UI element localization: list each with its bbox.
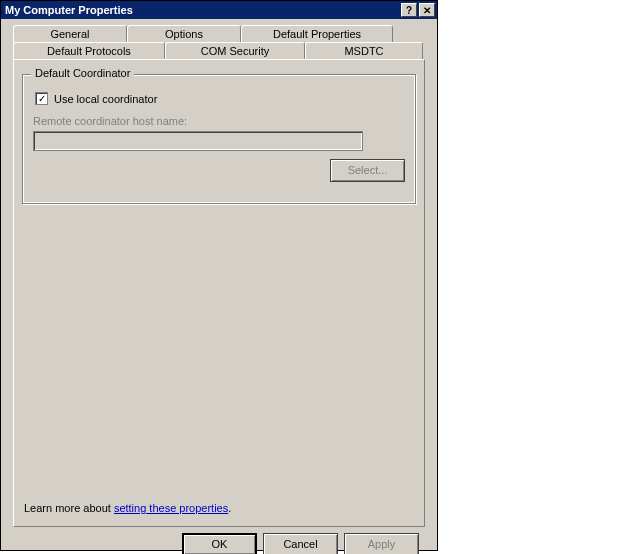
tab-label: General bbox=[50, 28, 89, 40]
tab-com-security[interactable]: COM Security bbox=[165, 42, 305, 60]
default-coordinator-group: Default Coordinator ✓ Use local coordina… bbox=[22, 74, 416, 204]
tabs-row-1: General Options Default Properties bbox=[13, 25, 425, 43]
learn-link[interactable]: setting these properties bbox=[114, 502, 228, 514]
learn-more: Learn more about setting these propertie… bbox=[24, 502, 231, 514]
tab-label: Default Properties bbox=[273, 28, 361, 40]
tab-msdtc[interactable]: MSDTC bbox=[305, 42, 423, 60]
close-icon: ✕ bbox=[423, 5, 431, 16]
tabs-row-2: Default Protocols COM Security MSDTC bbox=[13, 42, 425, 60]
tab-general[interactable]: General bbox=[13, 25, 127, 43]
remote-host-input bbox=[33, 131, 363, 151]
titlebar: My Computer Properties ? ✕ bbox=[1, 1, 437, 19]
close-button[interactable]: ✕ bbox=[419, 3, 435, 17]
tab-default-protocols[interactable]: Default Protocols bbox=[13, 42, 165, 60]
window-title: My Computer Properties bbox=[5, 4, 399, 16]
select-button: Select... bbox=[330, 159, 405, 182]
cancel-button[interactable]: Cancel bbox=[263, 533, 338, 554]
learn-suffix: . bbox=[228, 502, 231, 514]
use-local-coordinator-checkbox[interactable]: ✓ bbox=[35, 92, 48, 105]
tab-panel-msdtc: Default Coordinator ✓ Use local coordina… bbox=[13, 59, 425, 527]
apply-button[interactable]: Apply bbox=[344, 533, 419, 554]
use-local-coordinator-label: Use local coordinator bbox=[54, 93, 157, 105]
tab-label: Default Protocols bbox=[47, 45, 131, 57]
remote-host-label: Remote coordinator host name: bbox=[33, 115, 405, 127]
help-button[interactable]: ? bbox=[401, 3, 417, 17]
learn-prefix: Learn more about bbox=[24, 502, 114, 514]
help-icon: ? bbox=[406, 5, 412, 16]
tab-options[interactable]: Options bbox=[127, 25, 241, 43]
tab-default-properties[interactable]: Default Properties bbox=[241, 25, 393, 43]
ok-button[interactable]: OK bbox=[182, 533, 257, 554]
tab-label: MSDTC bbox=[344, 45, 383, 57]
properties-dialog: My Computer Properties ? ✕ General Optio… bbox=[0, 0, 438, 551]
groupbox-title: Default Coordinator bbox=[31, 67, 134, 79]
checkmark-icon: ✓ bbox=[38, 94, 46, 104]
select-row: Select... bbox=[33, 159, 405, 182]
tab-label: COM Security bbox=[201, 45, 269, 57]
dialog-body: General Options Default Properties Defau… bbox=[1, 19, 437, 554]
tab-label: Options bbox=[165, 28, 203, 40]
dialog-buttons: OK Cancel Apply bbox=[9, 527, 429, 554]
use-local-coordinator-row: ✓ Use local coordinator bbox=[35, 92, 405, 105]
